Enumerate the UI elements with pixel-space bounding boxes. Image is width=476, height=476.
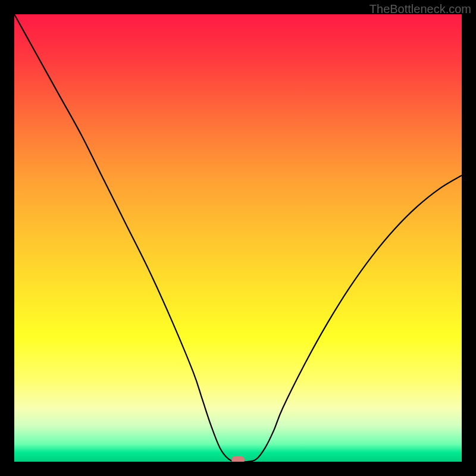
optimal-marker [231, 456, 245, 462]
curve-path [14, 14, 462, 462]
watermark-text: TheBottleneck.com [369, 2, 471, 16]
bottleneck-curve [14, 14, 462, 462]
chart-plot-area [14, 14, 462, 462]
